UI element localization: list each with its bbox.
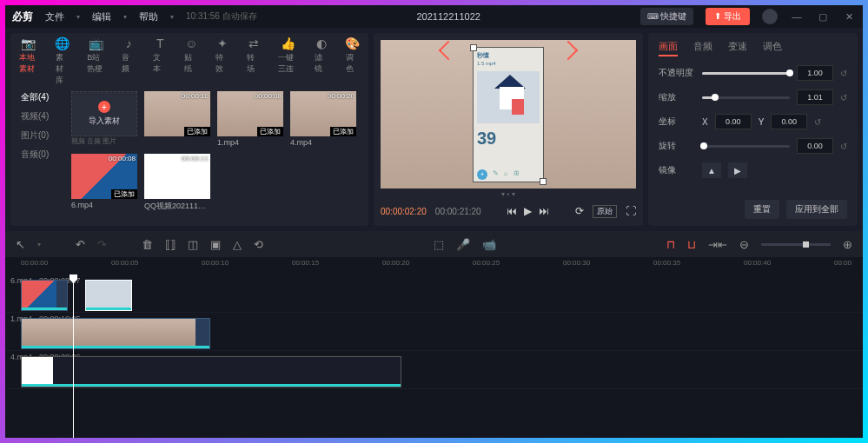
menu-help[interactable]: 帮助 (139, 10, 158, 23)
opacity-slider[interactable] (702, 72, 790, 75)
media-tab-text[interactable]: T文本 (153, 36, 167, 86)
menu-edit[interactable]: 编辑 (92, 10, 111, 23)
import-button[interactable]: +导入素材 视频 音频 图片 (71, 91, 137, 147)
minimize-icon[interactable]: — (790, 11, 804, 22)
plus-icon: + (98, 101, 110, 113)
props-tab-color[interactable]: 调色 (763, 40, 782, 56)
track[interactable]: 1.mp400:00:10:05 (5, 313, 863, 351)
music-icon: ♪ (122, 36, 136, 50)
reset-icon[interactable]: ↺ (840, 69, 847, 78)
sticker-icon: ☺ (184, 36, 198, 50)
snap-button[interactable]: ⇥⇤ (708, 238, 727, 251)
track[interactable]: 6.mp400:00:08:27 (5, 274, 863, 313)
playhead[interactable] (73, 274, 74, 438)
fullscreen-button[interactable]: ⛶ (626, 205, 636, 217)
timeline[interactable]: 6.mp400:00:08:27 1.mp400:00:10:05 4.mp40… (5, 274, 863, 438)
media-item[interactable]: 00:00:08已添加1.mp4 (217, 91, 283, 147)
media-panel: 📷本地素材 🌐素材库 📺B站热梗 ♪音频 T文本 ☺贴纸 ✦特效 ⇄转场 👍一键… (10, 33, 368, 226)
cat-video[interactable]: 视频(4) (21, 110, 66, 122)
media-categories: 全部(4) 视频(4) 图片(0) 音频(0) (10, 86, 66, 226)
pos-y-value[interactable]: 0.00 (771, 114, 807, 129)
preview-stage[interactable]: 秒懂1.5 mp4 39 +✎⌕⊞ (381, 40, 636, 188)
transition-icon: ⇄ (247, 36, 261, 50)
zoom-in-button[interactable]: ⊕ (843, 238, 852, 251)
apply-all-button[interactable]: 应用到全部 (786, 200, 847, 219)
cat-audio[interactable]: 音频(0) (21, 149, 66, 161)
crop-button[interactable]: ◫ (188, 238, 198, 251)
media-tab-like[interactable]: 👍一键三连 (278, 36, 297, 86)
undo-button[interactable]: ↶ (76, 238, 85, 251)
ratio-select[interactable]: 原始 (593, 205, 617, 218)
total-time: 00:00:21:20 (435, 207, 481, 216)
reset-button[interactable]: 重置 (745, 200, 779, 219)
rotation-value[interactable]: 0.00 (797, 138, 833, 154)
media-item[interactable]: 00:00:08已添加6.mp4 (71, 154, 137, 212)
camera-icon: 📷 (22, 36, 36, 50)
mirror-h-button[interactable]: ▲ (702, 162, 721, 178)
zoom-out-button[interactable]: ⊖ (739, 238, 749, 251)
media-item[interactable]: 00:00:11QQ视频2021111921 2... (144, 154, 210, 212)
mirror-v-button[interactable]: ▶ (728, 162, 747, 178)
scale-slider[interactable] (702, 96, 790, 99)
mirror-tool[interactable]: △ (233, 238, 242, 251)
prev-frame-button[interactable]: ⏮ (507, 205, 517, 217)
avatar[interactable] (762, 9, 778, 24)
reset-icon[interactable]: ↺ (840, 93, 847, 102)
media-tab-filter[interactable]: ◐滤镜 (315, 36, 328, 86)
pos-x-value[interactable]: 0.00 (715, 114, 752, 129)
delete-button[interactable]: 🗑 (142, 238, 153, 251)
props-tab-canvas[interactable]: 画面 (659, 40, 678, 56)
media-item[interactable]: 00:00:20已添加4.mp4 (290, 91, 356, 147)
media-tab-local[interactable]: 📷本地素材 (19, 36, 38, 86)
opacity-value[interactable]: 1.00 (797, 65, 833, 81)
export-button[interactable]: ⬆ 导出 (706, 8, 750, 25)
text-icon: T (153, 36, 167, 50)
rotate-tool[interactable]: ⟲ (254, 238, 263, 251)
redo-button[interactable]: ↷ (97, 238, 107, 251)
magnet-button[interactable]: ⊓ (666, 238, 675, 251)
props-tab-speed[interactable]: 变速 (728, 40, 747, 56)
media-tab-audio[interactable]: ♪音频 (122, 36, 136, 86)
close-icon[interactable]: ✕ (842, 11, 856, 23)
split-button[interactable]: ⟦⟧ (165, 238, 176, 251)
media-tab-transition[interactable]: ⇄转场 (247, 36, 261, 86)
maximize-icon[interactable]: ▢ (816, 11, 830, 23)
freeze-button[interactable]: ▣ (210, 238, 221, 251)
shortcuts-button[interactable]: ⌨ 快捷键 (640, 8, 694, 25)
current-time: 00:00:02:20 (381, 207, 427, 216)
link-button[interactable]: ⊔ (687, 238, 696, 251)
rotation-slider[interactable] (702, 145, 790, 148)
thumb-icon: 👍 (281, 36, 295, 50)
palette-icon: 🎨 (346, 36, 360, 50)
media-tab-bili[interactable]: 📺B站热梗 (87, 36, 104, 86)
track[interactable]: 4.mp400:00:20:26 (5, 351, 863, 389)
record-button[interactable]: ⬚ (434, 238, 444, 251)
mic-button[interactable]: 🎤 (456, 238, 470, 251)
loop-button[interactable]: ⟳ (575, 205, 584, 217)
next-frame-button[interactable]: ⏭ (539, 205, 549, 217)
cat-all[interactable]: 全部(4) (21, 91, 66, 103)
clip[interactable] (21, 356, 401, 387)
select-tool[interactable]: ↖ (16, 238, 25, 251)
media-tab-fx[interactable]: ✦特效 (215, 36, 229, 86)
reset-icon[interactable]: ↺ (840, 142, 847, 151)
preview-element[interactable]: 秒懂1.5 mp4 39 +✎⌕⊞ (473, 47, 544, 182)
media-item[interactable]: 00:00:10已添加 (144, 91, 210, 147)
media-tab-library[interactable]: 🌐素材库 (56, 36, 70, 86)
menu-file[interactable]: 文件 (45, 10, 64, 23)
clip[interactable] (21, 280, 68, 311)
autosave-text: 10:31:56 自动保存 (186, 10, 257, 23)
clip[interactable] (21, 318, 210, 349)
timeline-ruler[interactable]: 00:00:00 00:00:05 00:00:10 00:00:15 00:0… (5, 257, 863, 274)
clip[interactable] (85, 280, 132, 311)
cat-image[interactable]: 图片(0) (21, 129, 66, 142)
reset-icon[interactable]: ↺ (814, 117, 821, 127)
media-tab-color[interactable]: 🎨调色 (346, 36, 360, 86)
zoom-slider[interactable] (761, 243, 831, 246)
props-tab-audio[interactable]: 音频 (693, 40, 712, 56)
camera-button[interactable]: 📹 (482, 238, 496, 251)
scale-value[interactable]: 1.01 (797, 89, 833, 105)
play-button[interactable]: ▶ (524, 205, 532, 217)
properties-panel: 画面 音频 变速 调色 不透明度 1.00 ↺ 缩放 1.01 ↺ 坐标 X0.… (648, 33, 858, 226)
media-tab-sticker[interactable]: ☺贴纸 (184, 36, 198, 86)
